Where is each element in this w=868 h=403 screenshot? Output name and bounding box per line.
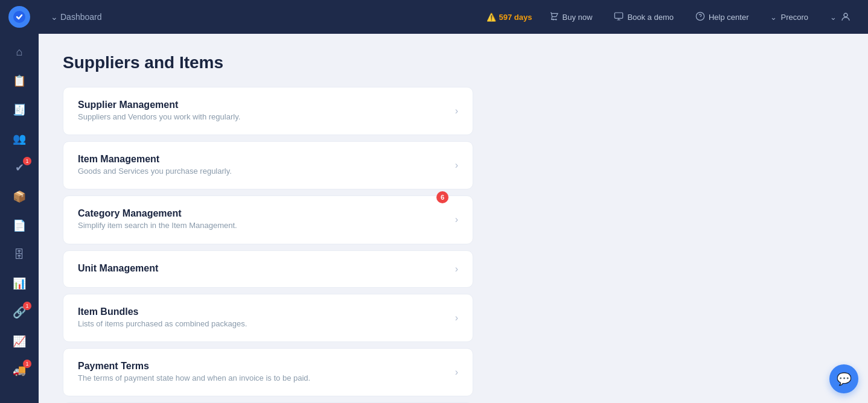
chat-button[interactable]: 💬 [829,364,858,393]
card-unit-management[interactable]: Unit Management› [63,250,473,288]
buy-now-button[interactable]: Buy now [544,9,598,25]
sidebar-badge-deliveries: 1 [23,360,31,368]
page-title: Suppliers and Items [63,53,844,72]
card-category-management[interactable]: 6Category ManagementSimplify item search… [63,195,473,244]
svg-point-3 [844,13,847,17]
buy-now-label: Buy now [563,13,593,22]
card-arrow-unit-management: › [455,264,458,274]
card-title-payment-terms: Payment Terms [78,361,445,372]
sidebar-item-receipts[interactable]: 📦 [5,183,34,210]
card-desc-item-management: Goods and Services you purchase regularl… [78,166,445,177]
sidebar-item-deliveries[interactable]: 🚚1 [5,357,34,384]
card-title-supplier-management: Supplier Management [78,100,445,110]
card-desc-category-management: Simplify item search in the Item Managem… [78,220,445,231]
card-desc-item-bundles: Lists of items purchased as combined pac… [78,319,445,329]
book-demo-button[interactable]: Book a demo [609,9,678,25]
card-text-payment-terms: Payment TermsThe terms of payment state … [78,361,445,384]
topbar: ⌄ Dashboard ⚠️ 597 days Buy now Book a d… [39,0,868,34]
main-content: Suppliers and Items Supplier ManagementS… [39,34,868,403]
card-text-item-bundles: Item BundlesLists of items purchased as … [78,306,445,329]
sidebar-badge-connections: 1 [23,302,31,310]
topbar-dashboard[interactable]: ⌄ Dashboard [51,12,102,22]
sidebar-item-approvals[interactable]: ✔1 [5,154,34,181]
user-label: Precoro [780,13,808,22]
card-desc-payment-terms: The terms of payment state how and when … [78,373,445,384]
chevron-down-icon: ⌄ [830,13,837,22]
dashboard-label: Dashboard [60,12,102,22]
sidebar: ⌂📋🧾👥✔1📦📄🗄📊🔗1📈🚚1 [0,0,39,403]
card-supplier-management[interactable]: Supplier ManagementSuppliers and Vendors… [63,87,473,135]
card-arrow-item-management: › [455,160,458,171]
help-center-label: Help center [709,13,748,22]
svg-point-2 [696,12,704,20]
sidebar-item-archive[interactable]: 🗄 [5,241,34,268]
cart-icon [549,11,559,23]
card-arrow-payment-terms: › [455,367,458,378]
user-avatar-button[interactable]: ⌄ [825,9,856,25]
sidebar-item-purchase-orders[interactable]: 📋 [5,68,34,94]
chevron-down-icon: ⌄ [770,13,777,22]
card-text-category-management: Category ManagementSimplify item search … [78,208,445,231]
sidebar-item-analytics[interactable]: 📈 [5,328,34,355]
sidebar-badge-approvals: 1 [23,157,31,165]
topbar-warning[interactable]: ⚠️ 597 days [487,13,532,22]
card-arrow-category-management: › [455,214,458,225]
sidebar-item-invoices[interactable]: 🧾 [5,97,34,123]
card-item-bundles[interactable]: Item BundlesLists of items purchased as … [63,294,473,342]
card-desc-supplier-management: Suppliers and Vendors you work with regu… [78,112,445,122]
sidebar-item-reports[interactable]: 📊 [5,270,34,297]
card-text-item-management: Item ManagementGoods and Services you pu… [78,154,445,177]
help-icon [695,11,705,23]
user-menu-button[interactable]: ⌄ Precoro [765,10,813,24]
card-arrow-item-bundles: › [455,313,458,323]
sidebar-item-documents[interactable]: 📄 [5,212,34,239]
main-wrapper: ⌄ Dashboard ⚠️ 597 days Buy now Book a d… [39,0,868,403]
warning-days: 597 days [499,13,532,22]
card-arrow-supplier-management: › [455,106,458,116]
sidebar-item-connections[interactable]: 🔗1 [5,299,34,326]
card-payment-terms[interactable]: Payment TermsThe terms of payment state … [63,348,473,396]
sidebar-item-users[interactable]: 👥 [5,125,34,152]
book-demo-label: Book a demo [627,13,674,22]
warning-icon: ⚠️ [487,13,496,22]
card-title-unit-management: Unit Management [78,263,445,274]
card-item-management[interactable]: Item ManagementGoods and Services you pu… [63,141,473,189]
help-center-button[interactable]: Help center [691,9,753,25]
card-title-category-management: Category Management [78,208,445,219]
card-list: Supplier ManagementSuppliers and Vendors… [63,87,473,403]
chat-icon: 💬 [837,372,852,386]
card-badge-category-management: 6 [436,191,448,203]
card-title-item-management: Item Management [78,154,445,165]
sidebar-nav: ⌂📋🧾👥✔1📦📄🗄📊🔗1📈🚚1 [0,34,39,389]
card-title-item-bundles: Item Bundles [78,306,445,317]
chevron-down-icon: ⌄ [51,12,58,22]
svg-rect-1 [615,13,623,18]
demo-icon [614,11,624,23]
sidebar-item-home[interactable]: ⌂ [5,39,34,65]
card-text-supplier-management: Supplier ManagementSuppliers and Vendors… [78,100,445,122]
card-text-unit-management: Unit Management [78,263,445,275]
app-logo[interactable] [0,0,39,34]
